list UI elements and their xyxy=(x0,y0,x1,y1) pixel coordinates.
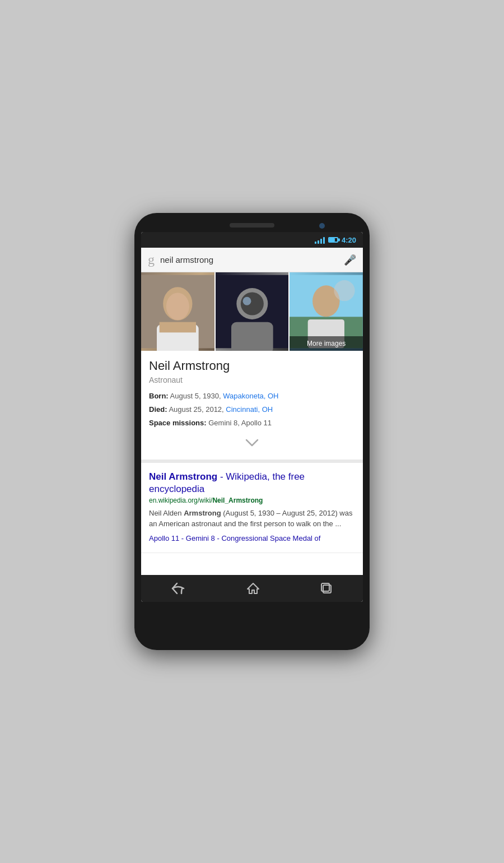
missions-row: Space missions: Gemini 8, Apollo 11 xyxy=(149,418,355,428)
svg-point-8 xyxy=(242,297,251,305)
phone-speaker xyxy=(230,223,274,228)
svg-rect-4 xyxy=(160,322,196,333)
missions-value: Gemini 8, Apollo 11 xyxy=(208,419,272,427)
person-subtitle: Astronaut xyxy=(149,375,355,384)
died-row: Died: August 25, 2012, Cincinnati, OH xyxy=(149,405,355,415)
phone-camera xyxy=(319,223,325,229)
status-bar: 4:20 xyxy=(141,232,363,248)
nav-bar xyxy=(141,575,363,602)
back-button[interactable] xyxy=(171,582,186,595)
result-url-prefix: en.wikipedia.org/wiki/ xyxy=(149,497,212,504)
born-row: Born: August 5, 1930, Wapakoneta, OH xyxy=(149,391,355,401)
battery-icon xyxy=(328,237,338,243)
result-item-1: Neil Armstrong - Wikipedia, the free enc… xyxy=(141,463,363,553)
born-link[interactable]: Wapakoneta, OH xyxy=(223,392,278,400)
signal-bar-2 xyxy=(318,240,319,244)
image-strip[interactable]: More images xyxy=(141,272,363,351)
sub-link-sep-1: - xyxy=(181,534,186,542)
died-label: Died: xyxy=(149,405,167,414)
battery-fill xyxy=(329,238,335,242)
result-title-1[interactable]: Neil Armstrong - Wikipedia, the free enc… xyxy=(149,471,355,495)
expand-chevron[interactable] xyxy=(149,432,355,455)
signal-bar-4 xyxy=(323,237,325,244)
signal-bar-1 xyxy=(315,242,316,244)
sub-link-gemini[interactable]: Gemini 8 xyxy=(186,534,215,542)
person-image-1[interactable] xyxy=(141,272,214,351)
result-url-bold: Neil_Armstrong xyxy=(212,497,263,504)
svg-rect-9 xyxy=(231,322,273,351)
status-time: 4:20 xyxy=(342,236,356,244)
microphone-icon[interactable]: 🎤 xyxy=(344,254,356,266)
result-title-bold: Neil Armstrong xyxy=(149,471,217,482)
person-name: Neil Armstrong xyxy=(149,359,355,373)
search-bar[interactable]: g neil armstrong 🎤 xyxy=(141,248,363,272)
info-section: Neil Armstrong Astronaut Born: August 5,… xyxy=(141,351,363,460)
signal-bars xyxy=(315,236,325,244)
snippet-bold: Armstrong xyxy=(184,509,221,517)
svg-marker-15 xyxy=(248,583,259,593)
signal-bar-3 xyxy=(320,239,322,244)
recent-apps-button[interactable] xyxy=(320,582,333,595)
google-logo: g xyxy=(148,252,155,267)
born-label: Born: xyxy=(149,392,169,400)
missions-label: Space missions: xyxy=(149,419,207,427)
died-link[interactable]: Cincinnati, OH xyxy=(226,405,273,414)
person-image-2[interactable] xyxy=(214,272,289,351)
more-images-overlay[interactable]: More images xyxy=(290,336,363,351)
search-results: Neil Armstrong - Wikipedia, the free enc… xyxy=(141,463,363,553)
result-url-1: en.wikipedia.org/wiki/Neil_Armstrong xyxy=(149,497,355,504)
died-value: August 25, 2012, xyxy=(169,405,226,414)
result-sub-links: Apollo 11 - Gemini 8 - Congressional Spa… xyxy=(149,533,355,545)
born-value: August 5, 1930, xyxy=(170,392,223,400)
knowledge-panel: More images Neil Armstrong Astronaut Bor… xyxy=(141,272,363,463)
result-snippet-1: Neil Alden Armstrong (August 5, 1930 – A… xyxy=(149,508,355,530)
svg-point-2 xyxy=(166,293,189,320)
snippet-start: Neil Alden xyxy=(149,509,184,517)
person-image-3[interactable]: More images xyxy=(288,272,363,351)
sub-link-apollo[interactable]: Apollo 11 xyxy=(149,534,179,542)
sub-link-congressional[interactable]: Congressional Space Medal of xyxy=(221,534,320,542)
search-query[interactable]: neil armstrong xyxy=(160,255,338,265)
phone-device: 4:20 g neil armstrong 🎤 xyxy=(134,213,370,650)
home-button[interactable] xyxy=(246,582,260,595)
svg-point-14 xyxy=(334,280,355,301)
phone-screen: 4:20 g neil armstrong 🎤 xyxy=(141,232,363,602)
scroll-content[interactable]: More images Neil Armstrong Astronaut Bor… xyxy=(141,272,363,575)
